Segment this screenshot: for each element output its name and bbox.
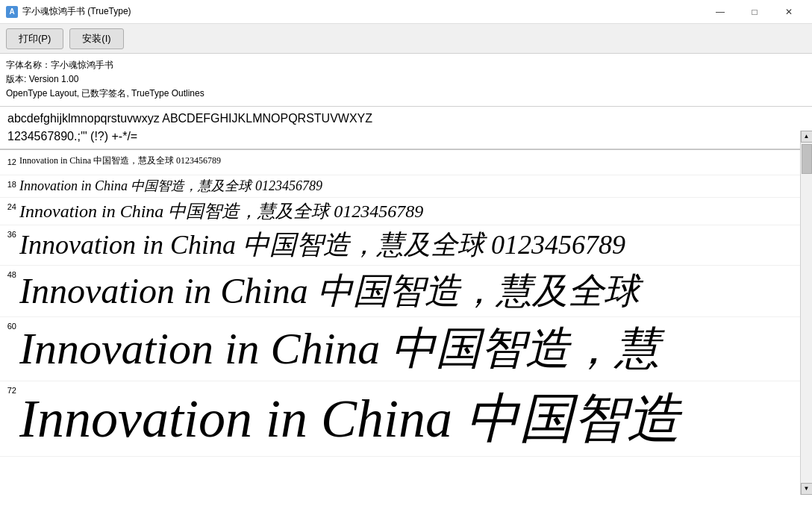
sample-text-36: Innovation in China 中国智造，慧及全球 0123456789 <box>19 227 800 263</box>
title-bar-left: A 字小魂惊鸿手书 (TrueType) <box>6 5 131 18</box>
size-label-60: 60 <box>0 319 19 331</box>
preview-area[interactable]: 12 Innovation in China 中国智造，慧及全球 0123456… <box>0 150 800 509</box>
table-row: 72 Innovation in China 中国智造 <box>0 381 800 457</box>
sample-text-24: Innovation in China 中国智造，慧及全球 0123456789 <box>19 199 800 223</box>
toolbar: 打印(P) 安装(I) <box>0 24 812 54</box>
font-version: 版本: Version 1.00 <box>6 72 806 87</box>
table-row: 60 Innovation in China 中国智造，慧 <box>0 317 800 381</box>
title-controls: — □ ✕ <box>703 0 806 24</box>
sample-text-48: Innovation in China 中国智造，慧及全球 <box>19 267 800 315</box>
scroll-thumb[interactable] <box>802 144 812 174</box>
scroll-down-arrow[interactable]: ▼ <box>801 483 813 495</box>
size-label-72: 72 <box>0 383 19 395</box>
minimize-button[interactable]: — <box>703 0 737 24</box>
font-type: OpenType Layout, 已数字签名, TrueType Outline… <box>6 87 806 101</box>
title-bar: A 字小魂惊鸿手书 (TrueType) — □ ✕ <box>0 0 812 24</box>
sample-text-18: Innovation in China 中国智造，慧及全球 0123456789 <box>19 177 800 195</box>
sample-text-72: Innovation in China 中国智造 <box>19 383 800 455</box>
font-name: 字体名称：字小魂惊鸿手书 <box>6 58 806 72</box>
table-row: 48 Innovation in China 中国智造，慧及全球 <box>0 266 800 317</box>
alphabet-line2: 1234567890.;'" (!?) +-*/= <box>7 128 793 146</box>
scroll-up-arrow[interactable]: ▲ <box>801 131 813 143</box>
window-title: 字小魂惊鸿手书 (TrueType) <box>22 5 131 18</box>
sample-text-12: Innovation in China 中国智造，慧及全球 0123456789 <box>19 154 800 167</box>
scrollbar[interactable]: ▲ ▼ <box>800 131 812 495</box>
table-row: 18 Innovation in China 中国智造，慧及全球 0123456… <box>0 175 800 198</box>
table-row: 12 Innovation in China 中国智造，慧及全球 0123456… <box>0 153 800 175</box>
size-label-12: 12 <box>0 154 19 166</box>
alphabet-section: abcdefghijklmnopqrstuvwxyz ABCDEFGHIJKLM… <box>0 107 800 149</box>
table-row: 36 Innovation in China 中国智造，慧及全球 0123456… <box>0 225 800 266</box>
font-info: 字体名称：字小魂惊鸿手书 版本: Version 1.00 OpenType L… <box>0 54 812 107</box>
print-button[interactable]: 打印(P) <box>6 28 63 49</box>
install-button[interactable]: 安装(I) <box>69 28 123 49</box>
sample-text-60: Innovation in China 中国智造，慧 <box>19 319 800 379</box>
size-label-24: 24 <box>0 199 19 211</box>
size-label-18: 18 <box>0 177 19 189</box>
alphabet-line1: abcdefghijklmnopqrstuvwxyz ABCDEFGHIJKLM… <box>7 110 793 128</box>
maximize-button[interactable]: □ <box>737 0 772 24</box>
size-label-36: 36 <box>0 227 19 239</box>
table-row: 24 Innovation in China 中国智造，慧及全球 0123456… <box>0 198 800 225</box>
size-label-48: 48 <box>0 267 19 279</box>
app-icon: A <box>6 6 18 18</box>
close-button[interactable]: ✕ <box>772 0 806 24</box>
